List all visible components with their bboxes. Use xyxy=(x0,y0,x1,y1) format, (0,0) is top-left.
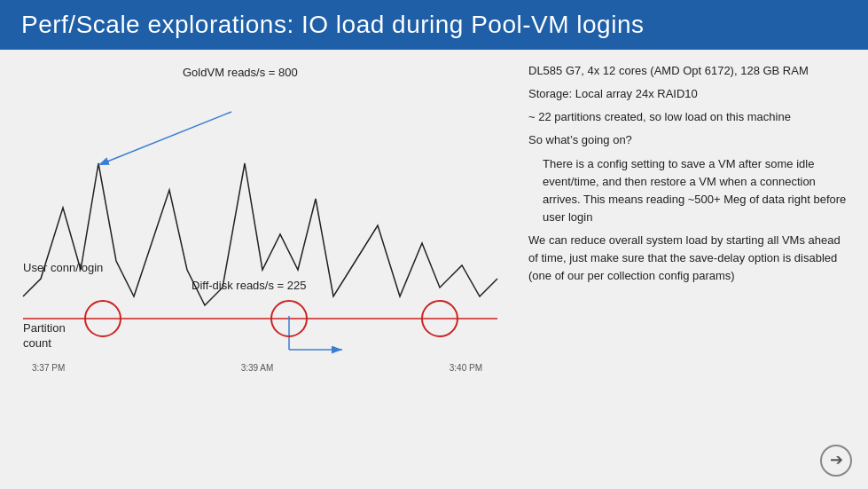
question-text: So what’s going on? xyxy=(528,131,850,149)
storage-text: Storage: Local array 24x RAID10 xyxy=(528,85,850,103)
timestamp-3: 3:40 PM xyxy=(450,363,482,373)
user-label: User conn/login xyxy=(23,261,103,274)
content-area: GoldVM reads/s = 800 xyxy=(0,50,868,489)
timestamps: 3:37 PM 3:39 AM 3:40 PM xyxy=(14,363,500,373)
title-suffix: IO load during Pool-VM logins xyxy=(294,11,645,38)
spec-text: DL585 G7, 4x 12 cores (AMD Opt 6172), 12… xyxy=(528,62,850,80)
title-prefix: Perf/Scale explorations: xyxy=(21,11,294,38)
next-arrow[interactable]: ➔ xyxy=(820,445,852,477)
header: Perf/Scale explorations: IO load during … xyxy=(0,0,868,50)
right-panel: DL585 G7, 4x 12 cores (AMD Opt 6172), 12… xyxy=(514,50,868,489)
arrow-icon: ➔ xyxy=(830,448,843,473)
timestamp-1: 3:37 PM xyxy=(32,363,65,373)
partitions-text: ~ 22 partitions created, so low load on … xyxy=(528,108,850,126)
explanation-text: There is a config setting to save a VM a… xyxy=(543,155,850,227)
slide: Perf/Scale explorations: IO load during … xyxy=(0,0,868,489)
chart-container: GoldVM reads/s = 800 xyxy=(14,66,500,412)
diff-label: Diff-disk reads/s = 225 xyxy=(192,279,306,292)
partition-label: Partitioncount xyxy=(23,321,66,351)
left-panel: GoldVM reads/s = 800 xyxy=(0,50,514,489)
svg-line-1 xyxy=(98,112,231,165)
reduction-text: We can reduce overall system load by sta… xyxy=(528,232,850,285)
timestamp-2: 3:39 AM xyxy=(241,363,274,373)
goldvm-label: GoldVM reads/s = 800 xyxy=(183,66,298,79)
chart-svg xyxy=(14,92,511,394)
header-title: Perf/Scale explorations: IO load during … xyxy=(21,11,644,39)
